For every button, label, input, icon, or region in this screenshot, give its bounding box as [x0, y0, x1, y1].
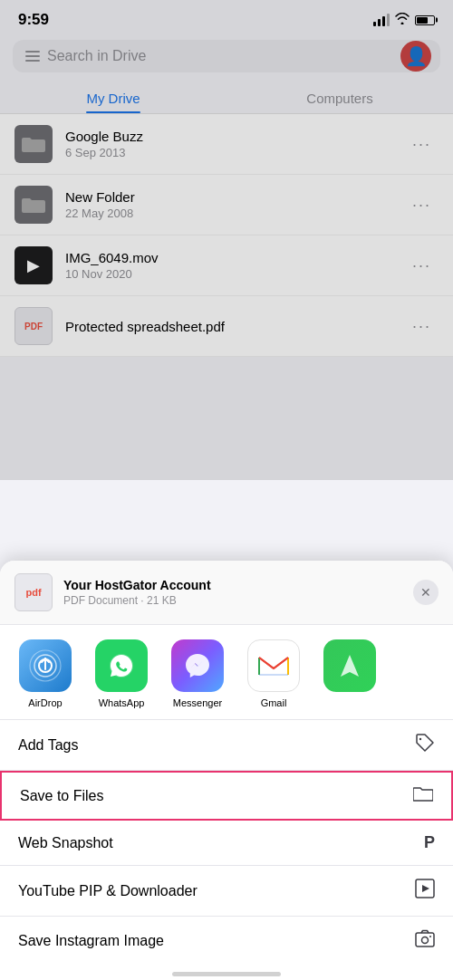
- wifi-icon: [395, 13, 410, 27]
- action-save-instagram[interactable]: Save Instagram Image: [0, 917, 453, 965]
- share-header: pdf Your HostGator Account PDF Document …: [0, 561, 453, 625]
- status-bar: 9:59: [0, 0, 453, 34]
- file-name: New Folder: [65, 189, 405, 205]
- file-more-button[interactable]: ···: [405, 192, 439, 218]
- action-save-to-files[interactable]: Save to Files: [0, 771, 453, 821]
- action-label: YouTube PIP & Downloader: [18, 883, 198, 899]
- share-app-whatsapp[interactable]: WhatsApp: [85, 639, 158, 708]
- file-info: Protected spreadsheet.pdf: [65, 319, 405, 334]
- action-label: Save Instagram Image: [18, 933, 164, 949]
- file-name: Google Buzz: [65, 129, 405, 144]
- file-list: Google Buzz 6 Sep 2013 ··· New Folder 22…: [0, 114, 453, 357]
- table-row[interactable]: New Folder 22 May 2008 ···: [0, 175, 453, 235]
- files-folder-icon: [413, 785, 433, 806]
- whatsapp-label: WhatsApp: [99, 697, 145, 708]
- svg-point-9: [429, 936, 431, 937]
- action-label: Web Snapshot: [18, 835, 113, 851]
- action-label: Add Tags: [18, 737, 78, 754]
- action-label: Save to Files: [20, 788, 103, 804]
- file-info: Google Buzz 6 Sep 2013: [65, 129, 405, 159]
- search-container: Search in Drive 👤: [0, 34, 453, 82]
- airdrop-label: AirDrop: [28, 697, 62, 708]
- play-icon: [415, 879, 435, 903]
- partial-icon: [323, 639, 376, 692]
- pdf-icon: PDF: [14, 307, 53, 345]
- avatar[interactable]: 👤: [400, 41, 431, 72]
- web-snapshot-icon: P: [424, 833, 435, 852]
- camera-icon: [415, 929, 435, 952]
- table-row[interactable]: ▶ IMG_6049.mov 10 Nov 2020 ···: [0, 235, 453, 296]
- share-app-airdrop[interactable]: AirDrop: [9, 639, 82, 708]
- messenger-icon: [171, 639, 224, 692]
- battery-icon: [415, 15, 435, 25]
- hamburger-icon[interactable]: [25, 51, 40, 62]
- gmail-icon: [247, 639, 300, 692]
- file-info: New Folder 22 May 2008: [65, 189, 405, 220]
- svg-point-5: [419, 738, 421, 740]
- folder-icon: [14, 125, 53, 163]
- airdrop-icon: [19, 639, 72, 692]
- messenger-label: Messenger: [173, 697, 222, 708]
- file-date: 10 Nov 2020: [65, 267, 405, 281]
- file-date: 6 Sep 2013: [65, 146, 405, 159]
- file-more-button[interactable]: ···: [405, 253, 439, 279]
- tab-bar: My Drive Computers: [0, 82, 453, 114]
- share-app-row: AirDrop WhatsApp: [0, 625, 453, 720]
- share-app-partial[interactable]: [313, 639, 386, 708]
- file-more-button[interactable]: ···: [405, 131, 439, 158]
- action-youtube-pip[interactable]: YouTube PIP & Downloader: [0, 866, 453, 917]
- share-file-icon: pdf: [14, 573, 53, 611]
- video-icon: ▶: [14, 246, 53, 284]
- svg-rect-7: [416, 933, 434, 946]
- action-list: Add Tags Save to Files Web Snapshot P: [0, 720, 453, 965]
- share-file-meta: PDF Document · 21 KB: [63, 594, 413, 607]
- search-placeholder: Search in Drive: [47, 48, 428, 64]
- status-time: 9:59: [18, 11, 49, 29]
- table-row[interactable]: PDF Protected spreadsheet.pdf ···: [0, 296, 453, 357]
- file-name: Protected spreadsheet.pdf: [65, 319, 405, 334]
- share-close-button[interactable]: ✕: [413, 580, 439, 605]
- share-file-info: Your HostGator Account PDF Document · 21…: [63, 578, 413, 607]
- share-file-name: Your HostGator Account: [63, 578, 413, 592]
- search-bar[interactable]: Search in Drive 👤: [13, 40, 440, 72]
- whatsapp-icon: [95, 639, 148, 692]
- table-row[interactable]: Google Buzz 6 Sep 2013 ···: [0, 114, 453, 175]
- file-info: IMG_6049.mov 10 Nov 2020: [65, 250, 405, 281]
- action-add-tags[interactable]: Add Tags: [0, 720, 453, 771]
- folder-icon: [14, 186, 53, 224]
- svg-point-8: [422, 937, 429, 944]
- share-app-messenger[interactable]: Messenger: [161, 639, 234, 708]
- gmail-label: Gmail: [261, 697, 287, 708]
- tab-computers[interactable]: Computers: [226, 82, 453, 113]
- action-web-snapshot[interactable]: Web Snapshot P: [0, 821, 453, 866]
- tag-icon: [415, 733, 435, 757]
- home-indicator: [0, 965, 453, 980]
- file-more-button[interactable]: ···: [405, 313, 439, 340]
- tab-my-drive[interactable]: My Drive: [0, 82, 226, 113]
- status-icons: [373, 13, 435, 27]
- file-name: IMG_6049.mov: [65, 250, 405, 265]
- signal-bars-icon: [373, 14, 390, 26]
- share-sheet: pdf Your HostGator Account PDF Document …: [0, 561, 453, 980]
- file-date: 22 May 2008: [65, 207, 405, 220]
- share-app-gmail[interactable]: Gmail: [237, 639, 310, 708]
